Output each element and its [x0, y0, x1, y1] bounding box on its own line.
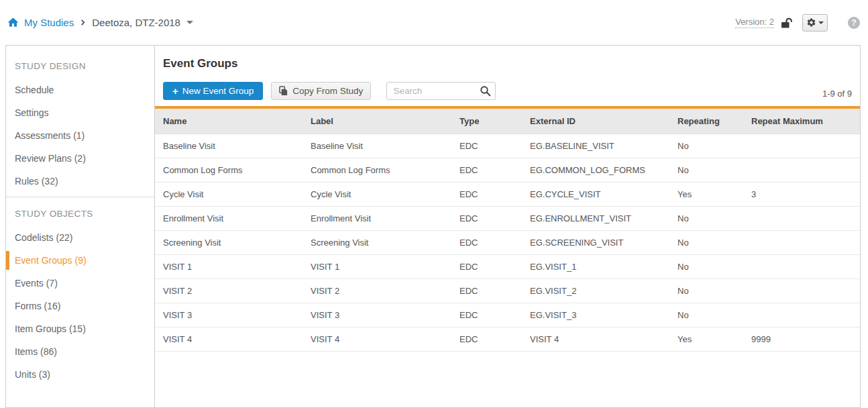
- cell-label: VISIT 4: [303, 327, 451, 352]
- cell-type: EDC: [451, 279, 522, 303]
- search-box: [386, 82, 496, 100]
- help-icon[interactable]: ?: [848, 17, 860, 29]
- sidebar-item-items[interactable]: Items (86): [6, 340, 154, 363]
- sidebar-item-codelists[interactable]: Codelists (22): [6, 226, 154, 249]
- table-row[interactable]: Cycle VisitCycle VisitEDCEG.CYCLE_VISITY…: [155, 183, 860, 207]
- sidebar-item-events[interactable]: Events (7): [6, 272, 154, 295]
- cell-label: VISIT 3: [303, 303, 451, 327]
- cell-name: VISIT 2: [155, 279, 303, 303]
- column-header[interactable]: Name: [155, 107, 303, 134]
- cell-repeating: No: [669, 303, 743, 327]
- table-row[interactable]: Baseline VisitBaseline VisitEDCEG.BASELI…: [155, 134, 860, 158]
- table-row[interactable]: Enrollment VisitEnrollment VisitEDCEG.EN…: [155, 207, 860, 231]
- cell-repeating: No: [669, 255, 743, 279]
- cell-name: VISIT 4: [155, 327, 303, 352]
- sidebar-item-rules[interactable]: Rules (32): [6, 170, 154, 193]
- cell-type: EDC: [451, 158, 522, 183]
- search-icon[interactable]: [480, 85, 491, 97]
- cell-repeating: No: [669, 158, 743, 183]
- sidebar-item-schedule[interactable]: Schedule: [6, 79, 154, 101]
- cell-name: Baseline Visit: [155, 134, 303, 158]
- sidebar-item-settings[interactable]: Settings: [6, 101, 154, 124]
- cell-name: VISIT 1: [155, 255, 303, 279]
- version-label[interactable]: Version: 2: [735, 17, 774, 28]
- study-dropdown-caret-icon[interactable]: [186, 21, 193, 24]
- sidebar-item-units[interactable]: Units (3): [6, 363, 154, 386]
- copy-icon: [279, 86, 288, 96]
- content-panel: STUDY DESIGNScheduleSettingsAssessments …: [5, 45, 861, 408]
- table-row[interactable]: VISIT 2VISIT 2EDCEG.VISIT_2No: [155, 279, 860, 303]
- copy-from-study-label: Copy From Study: [292, 86, 363, 96]
- cell-external_id: EG.CYCLE_VISIT: [522, 183, 669, 207]
- gear-caret-icon: [818, 21, 824, 24]
- sidebar-item-assessments[interactable]: Assessments (1): [6, 124, 154, 147]
- column-header[interactable]: Repeat Maximum: [743, 107, 860, 134]
- cell-external_id: EG.SCREENING_VISIT: [522, 231, 669, 255]
- result-count: 1-9 of 9: [822, 89, 852, 100]
- table-row[interactable]: VISIT 4VISIT 4EDCVISIT 4Yes9999: [155, 327, 860, 352]
- column-header[interactable]: Label: [303, 107, 451, 134]
- cell-external_id: EG.ENROLLMENT_VISIT: [522, 207, 669, 231]
- table-row[interactable]: Screening VisitScreening VisitEDCEG.SCRE…: [155, 231, 860, 255]
- breadcrumb: My Studies Deetoza, DTZ-2018: [7, 16, 193, 29]
- sidebar-item-event-groups[interactable]: Event Groups (9): [6, 249, 154, 272]
- cell-label: Baseline Visit: [303, 134, 451, 158]
- sidebar-divider: [6, 197, 154, 197]
- breadcrumb-study[interactable]: Deetoza, DTZ-2018: [92, 17, 180, 28]
- cell-repeat_maximum: [743, 303, 860, 327]
- cell-repeating: No: [669, 207, 743, 231]
- cell-name: Cycle Visit: [155, 183, 303, 207]
- cell-label: Cycle Visit: [303, 183, 451, 207]
- gear-icon: [806, 17, 816, 28]
- event-groups-table: NameLabelTypeExternal IDRepeatingRepeat …: [155, 106, 860, 352]
- copy-from-study-button[interactable]: Copy From Study: [271, 82, 371, 100]
- cell-type: EDC: [451, 255, 522, 279]
- cell-external_id: EG.BASELINE_VISIT: [522, 134, 669, 158]
- column-header[interactable]: Type: [451, 107, 522, 134]
- cell-repeat_maximum: [743, 207, 860, 231]
- cell-label: VISIT 2: [303, 279, 451, 303]
- unlock-icon[interactable]: [781, 17, 794, 29]
- cell-name: VISIT 3: [155, 303, 303, 327]
- table-row[interactable]: VISIT 1VISIT 1EDCEG.VISIT_1No: [155, 255, 860, 279]
- cell-repeating: No: [669, 279, 743, 303]
- cell-external_id: EG.VISIT_1: [522, 255, 669, 279]
- cell-type: EDC: [451, 303, 522, 327]
- main-content: Event Groups + New Event Group Copy From…: [155, 46, 860, 407]
- cell-repeating: Yes: [669, 183, 743, 207]
- cell-name: Common Log Forms: [155, 158, 303, 183]
- cell-label: VISIT 1: [303, 255, 451, 279]
- column-header[interactable]: External ID: [522, 107, 669, 134]
- cell-repeating: No: [669, 231, 743, 255]
- settings-gear-button[interactable]: [802, 14, 828, 32]
- cell-name: Screening Visit: [155, 231, 303, 255]
- sidebar-item-forms[interactable]: Forms (16): [6, 295, 154, 317]
- cell-external_id: EG.VISIT_3: [522, 303, 669, 327]
- topbar-controls: Version: 2 ?: [735, 14, 860, 32]
- sidebar-item-review-plans[interactable]: Review Plans (2): [6, 147, 154, 170]
- cell-label: Common Log Forms: [303, 158, 451, 183]
- cell-repeat_maximum: 3: [743, 183, 860, 207]
- cell-repeat_maximum: [743, 158, 860, 183]
- sidebar-item-item-groups[interactable]: Item Groups (15): [6, 317, 154, 340]
- breadcrumb-my-studies[interactable]: My Studies: [24, 17, 74, 28]
- home-icon[interactable]: [7, 16, 19, 29]
- sidebar-section-title: STUDY OBJECTS: [6, 201, 154, 226]
- table-row[interactable]: VISIT 3VISIT 3EDCEG.VISIT_3No: [155, 303, 860, 327]
- breadcrumb-chevron-icon: [79, 19, 87, 26]
- cell-label: Enrollment Visit: [303, 207, 451, 231]
- cell-external_id: VISIT 4: [522, 327, 669, 352]
- table-header-row: NameLabelTypeExternal IDRepeatingRepeat …: [155, 107, 860, 134]
- cell-type: EDC: [451, 134, 522, 158]
- column-header[interactable]: Repeating: [669, 107, 743, 134]
- sidebar: STUDY DESIGNScheduleSettingsAssessments …: [6, 46, 155, 407]
- toolbar: + New Event Group Copy From Study 1-9 of…: [163, 82, 852, 100]
- cell-repeat_maximum: [743, 279, 860, 303]
- cell-repeating: Yes: [669, 327, 743, 352]
- table-row[interactable]: Common Log FormsCommon Log FormsEDCEG.CO…: [155, 158, 860, 183]
- sidebar-section-title: STUDY DESIGN: [6, 54, 154, 79]
- topbar: My Studies Deetoza, DTZ-2018 Version: 2 …: [0, 0, 868, 45]
- new-event-group-button[interactable]: + New Event Group: [163, 82, 263, 100]
- cell-type: EDC: [451, 207, 522, 231]
- cell-name: Enrollment Visit: [155, 207, 303, 231]
